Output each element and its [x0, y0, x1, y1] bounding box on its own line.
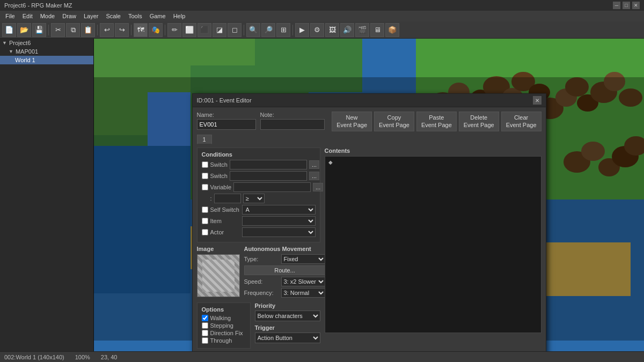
menu-layer[interactable]: Layer: [80, 12, 102, 20]
variable-checkbox[interactable]: [202, 184, 208, 190]
open-button[interactable]: 📂: [17, 23, 31, 37]
titlebar: Project6 - RPG Maker MZ ─ □ ✕: [0, 0, 644, 11]
event-editor-dialog: ID:001 - Event Editor ✕ Name: Note:: [192, 93, 546, 351]
switch2-browse-button[interactable]: ...: [309, 172, 319, 180]
sidebar-item-map001[interactable]: ▼ MAP001: [0, 47, 93, 56]
menu-help[interactable]: Help: [170, 12, 189, 20]
screen-button[interactable]: 🖥: [370, 23, 384, 37]
image-selector[interactable]: [197, 254, 240, 297]
menu-mode[interactable]: Mode: [37, 12, 58, 20]
variable-input[interactable]: [233, 182, 311, 192]
deploy-button[interactable]: 📦: [385, 23, 399, 37]
menu-file[interactable]: File: [2, 12, 18, 20]
expand-arrow-map: ▼: [9, 49, 13, 54]
walking-checkbox[interactable]: [202, 315, 208, 321]
variable-number-input[interactable]: [214, 194, 241, 203]
actor-label: Actor: [210, 229, 240, 235]
through-checkbox[interactable]: [202, 337, 208, 344]
playtest-button[interactable]: ▶: [295, 23, 309, 37]
autonomous-section: Autonomous Movement Type: Fixed Random A…: [244, 246, 326, 299]
zoom-in-button[interactable]: 🔍: [246, 23, 260, 37]
video-button[interactable]: 🎬: [355, 23, 369, 37]
map-draw-button[interactable]: 🗺: [134, 23, 148, 37]
toolbar-separator-2: [97, 25, 98, 35]
note-input[interactable]: [260, 119, 325, 130]
speed-label: Speed:: [244, 278, 279, 285]
fill-button[interactable]: ⬛: [197, 23, 211, 37]
menu-game[interactable]: Game: [147, 12, 169, 20]
menu-scale[interactable]: Scale: [103, 12, 124, 20]
item-label: Item: [210, 218, 240, 224]
minimize-button[interactable]: ─: [613, 2, 620, 9]
menu-tools[interactable]: Tools: [125, 12, 145, 20]
item-select[interactable]: [242, 216, 316, 226]
sidebar-item-project6[interactable]: ▼ Project6: [0, 39, 93, 47]
name-input[interactable]: [197, 119, 256, 130]
delete-event-page-button[interactable]: Delete Event Page: [459, 112, 499, 131]
variable-browse-button[interactable]: ...: [313, 183, 323, 191]
frequency-select[interactable]: 1: Lowest 2: Lower 3: Normal 4: Higher 5…: [281, 288, 326, 298]
rectangle-button[interactable]: ⬜: [182, 23, 196, 37]
page-tab[interactable]: 1: [197, 135, 212, 144]
priority-select[interactable]: Below characters Same as characters Abov…: [255, 311, 320, 321]
direction-fix-checkbox[interactable]: [202, 330, 208, 336]
copy-button[interactable]: ⧉: [66, 23, 80, 37]
speed-select[interactable]: 1: x8 Slower 2: x4 Slower 3: x2 Slower 4…: [281, 277, 326, 286]
new-event-page-button[interactable]: New Event Page: [332, 112, 372, 131]
pencil-button[interactable]: ✏: [167, 23, 181, 37]
contents-panel[interactable]: ◆: [325, 156, 541, 333]
cut-button[interactable]: ✂: [51, 23, 65, 37]
switch1-input[interactable]: [230, 160, 307, 169]
maximize-button[interactable]: □: [623, 2, 630, 9]
event-button[interactable]: 🎭: [149, 23, 163, 37]
image-section: Image: [197, 246, 240, 299]
new-project-button[interactable]: 📄: [2, 23, 16, 37]
undo-button[interactable]: ↩: [100, 23, 114, 37]
actor-checkbox[interactable]: [202, 229, 208, 235]
walking-row: Walking: [202, 315, 246, 321]
route-button[interactable]: Route...: [244, 265, 326, 275]
direction-fix-label: Direction Fix: [210, 330, 243, 336]
switch2-input[interactable]: [230, 171, 307, 181]
menu-draw[interactable]: Draw: [59, 12, 79, 20]
zoom-fit-button[interactable]: ⊞: [276, 23, 290, 37]
switch1-checkbox[interactable]: [202, 161, 208, 168]
clear-event-page-button[interactable]: Clear Event Page: [501, 112, 541, 131]
zoom-out-button[interactable]: 🔎: [261, 23, 275, 37]
type-select[interactable]: Fixed Random Approach Custom: [281, 254, 326, 264]
map-area[interactable]: ID:001 - Event Editor ✕ Name: Note:: [94, 39, 644, 351]
settings-button[interactable]: ⚙: [310, 23, 324, 37]
close-button[interactable]: ✕: [632, 2, 640, 9]
direction-fix-row: Direction Fix: [202, 330, 246, 336]
self-switch-select[interactable]: ABCD: [242, 205, 316, 215]
toolbar-separator-3: [131, 25, 131, 35]
stepping-checkbox[interactable]: [202, 322, 208, 329]
audio-button[interactable]: 🔊: [340, 23, 354, 37]
dialog-title: ID:001 - Event Editor: [197, 97, 252, 104]
save-button[interactable]: 💾: [32, 23, 46, 37]
self-switch-checkbox[interactable]: [202, 206, 208, 213]
item-checkbox[interactable]: [202, 218, 208, 224]
shadow-button[interactable]: ◪: [213, 23, 226, 37]
options-priority-row: Options Walking Stepping: [197, 302, 320, 351]
switch2-checkbox[interactable]: [202, 173, 208, 179]
priority-section: Priority Below characters Same as charac…: [255, 302, 320, 321]
options-title: Options: [202, 306, 246, 313]
redo-button[interactable]: ↪: [115, 23, 129, 37]
resource-button[interactable]: 🖼: [325, 23, 339, 37]
eraser-button[interactable]: ◻: [228, 23, 241, 37]
menu-edit[interactable]: Edit: [19, 12, 36, 20]
actor-select[interactable]: [242, 227, 316, 237]
copy-event-page-button[interactable]: Copy Event Page: [374, 112, 414, 131]
self-switch-label: Self Switch: [210, 206, 240, 213]
trigger-select[interactable]: Action Button Player Touch Event Touch A…: [255, 333, 320, 343]
switch1-label: Switch: [210, 161, 228, 168]
title-text: Project6 - RPG Maker MZ: [4, 2, 72, 9]
paste-button[interactable]: 📋: [81, 23, 95, 37]
switch1-browse-button[interactable]: ...: [309, 160, 319, 169]
conditions-section: Conditions Switch ... Switch: [197, 147, 320, 242]
dialog-close-button[interactable]: ✕: [533, 96, 541, 105]
paste-event-page-button[interactable]: Paste Event Page: [416, 112, 457, 131]
sidebar-item-world1[interactable]: World 1: [0, 56, 93, 64]
variable-operator-select[interactable]: ≥>=≤<: [243, 194, 265, 203]
